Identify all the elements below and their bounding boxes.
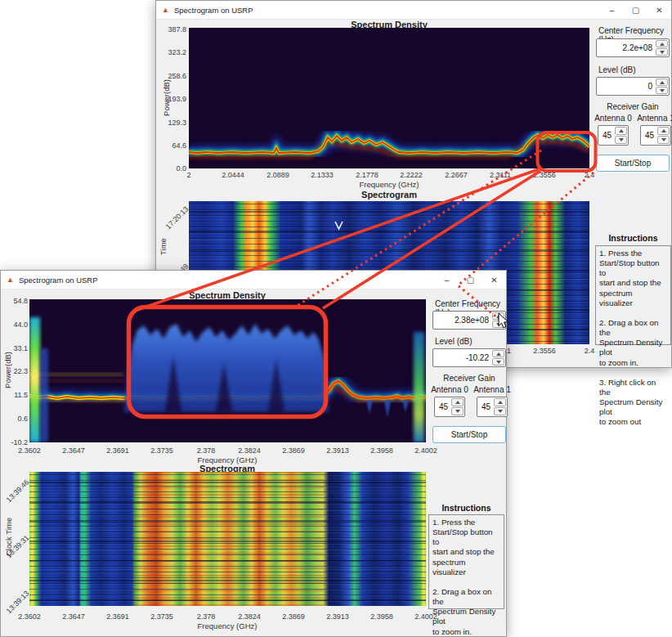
spin-down-icon: [615, 136, 627, 144]
level-input[interactable]: 0: [596, 77, 670, 96]
matlab-icon: ▲: [7, 271, 14, 289]
x-tick: 2.3556: [526, 171, 562, 179]
x-tick: 2: [171, 171, 207, 179]
maximize-button[interactable]: ▢: [624, 2, 647, 19]
start-stop-button[interactable]: Start/Stop: [596, 155, 670, 172]
spectrum-density-plot[interactable]: [29, 299, 426, 442]
antenna1-gain-input[interactable]: 45: [477, 397, 508, 417]
y-tick: 129.3: [156, 119, 186, 127]
x-tick: 2.2222: [393, 171, 429, 179]
antenna1-spinner[interactable]: [494, 398, 506, 415]
center-frequency-input[interactable]: 2.2e+08: [596, 38, 670, 57]
signal-band-texture: [132, 472, 324, 606]
spin-down-icon: [656, 87, 668, 94]
spin-down-icon: [492, 321, 504, 328]
y-tick: 323.2: [156, 48, 186, 56]
x-tick: 2.3647: [56, 446, 92, 455]
spin-up-icon: [494, 398, 506, 406]
spin-down-icon: [657, 136, 670, 144]
center-frequency-value[interactable]: 2.38e+08: [433, 316, 491, 325]
minimize-button[interactable]: –: [435, 271, 459, 289]
maximize-button[interactable]: ▢: [459, 271, 482, 289]
x-tick: 2.3691: [100, 446, 136, 455]
antenna0-gain-value[interactable]: 45: [598, 131, 614, 140]
y-tick: -10.2: [1, 438, 28, 446]
x-tick: 2.3735: [144, 446, 180, 455]
antenna0-spinner[interactable]: [615, 127, 627, 144]
y-tick: 0.6: [1, 415, 28, 423]
matlab-icon: ▲: [162, 1, 169, 19]
minimize-button[interactable]: –: [600, 2, 624, 19]
level-value[interactable]: -10.22: [433, 353, 491, 362]
x-tick: 2.4002: [408, 446, 444, 455]
x-tick: 2.378: [188, 446, 224, 455]
antenna1-gain-input[interactable]: 45: [640, 125, 671, 146]
start-stop-button[interactable]: Start/Stop: [432, 426, 506, 443]
clock-time-axis-label: Clock Time: [4, 513, 13, 562]
antenna1-label: Antenna 1: [473, 385, 511, 394]
x-tick: 2.3913: [320, 612, 356, 621]
spin-up-icon: [656, 40, 668, 47]
spin-up-icon: [615, 127, 627, 135]
y-tick: 64.6: [156, 141, 186, 150]
center-frequency-spinner[interactable]: [492, 312, 504, 328]
time-axis-label: Time: [159, 231, 168, 263]
level-value[interactable]: 0: [597, 82, 655, 91]
antenna1-label: Antenna 1: [637, 114, 672, 123]
y-tick: 387.8: [156, 25, 186, 34]
instructions-title: Instructions: [595, 233, 671, 243]
center-frequency-value[interactable]: 2.2e+08: [597, 43, 655, 52]
close-button[interactable]: ✕: [482, 271, 506, 289]
y-axis-label: Power(dB): [3, 349, 12, 392]
antenna0-gain-value[interactable]: 45: [435, 402, 450, 411]
x-tick: 2.3824: [231, 612, 267, 621]
x-tick: 2.3958: [364, 446, 400, 455]
antenna0-spinner[interactable]: [451, 398, 464, 415]
clock-tick: 13:39:46: [1, 478, 31, 508]
x-tick: 2.3869: [276, 446, 311, 455]
level-input[interactable]: -10.22: [432, 348, 506, 367]
spectrogram-plot[interactable]: [29, 472, 426, 606]
receiver-gain-label: Receiver Gain: [432, 374, 506, 383]
window-title: Spectrogram on USRP: [19, 276, 98, 285]
instructions-title: Instructions: [428, 503, 504, 513]
x-tick: 2.3556: [526, 347, 562, 355]
x-axis-label: Frequency (GHz): [307, 180, 471, 189]
antenna1-gain-value[interactable]: 45: [477, 402, 493, 411]
spin-down-icon: [492, 358, 504, 366]
center-frequency-input[interactable]: 2.38e+08: [432, 311, 506, 330]
antenna1-gain-value[interactable]: 45: [641, 131, 656, 140]
center-frequency-spinner[interactable]: [656, 40, 668, 56]
spectrum-density-plot[interactable]: [189, 28, 589, 168]
x-axis-label: Frequency (GHz): [146, 621, 309, 630]
spin-down-icon: [451, 407, 464, 415]
x-tick: 2.2667: [438, 171, 474, 179]
x-tick: 2.3869: [276, 612, 311, 621]
x-tick: 2.1333: [304, 171, 340, 179]
y-tick: 11.5: [1, 391, 28, 399]
close-button[interactable]: ✕: [647, 2, 671, 19]
x-tick: 2.0444: [215, 171, 251, 179]
spin-up-icon: [657, 127, 670, 135]
level-spinner[interactable]: [492, 350, 504, 366]
receiver-gain-label: Receiver Gain: [596, 102, 670, 111]
antenna0-label: Antenna 0: [431, 385, 468, 394]
x-tick: 2.3735: [144, 612, 180, 621]
x-tick: 2.3691: [100, 612, 136, 621]
x-tick: 2.3913: [320, 446, 356, 455]
front-title-bar[interactable]: ▲ Spectrogram on USRP – ▢ ✕: [1, 271, 506, 289]
spin-up-icon: [451, 398, 464, 406]
x-tick: 2.4: [571, 171, 607, 179]
antenna0-gain-input[interactable]: 45: [434, 397, 465, 417]
x-tick: 2.378: [188, 612, 224, 621]
x-tick: 2.3602: [11, 612, 47, 621]
antenna0-gain-input[interactable]: 45: [598, 125, 629, 146]
level-spinner[interactable]: [656, 79, 668, 94]
antenna1-spinner[interactable]: [657, 127, 670, 144]
spin-up-icon: [656, 79, 668, 86]
level-label: Level (dB): [598, 65, 636, 74]
level-label: Level (dB): [435, 337, 473, 346]
back-title-bar[interactable]: ▲ Spectrogram on USRP – ▢ ✕: [156, 1, 671, 20]
antenna0-label: Antenna 0: [594, 114, 632, 123]
y-axis-label: Power(dB): [162, 77, 171, 119]
